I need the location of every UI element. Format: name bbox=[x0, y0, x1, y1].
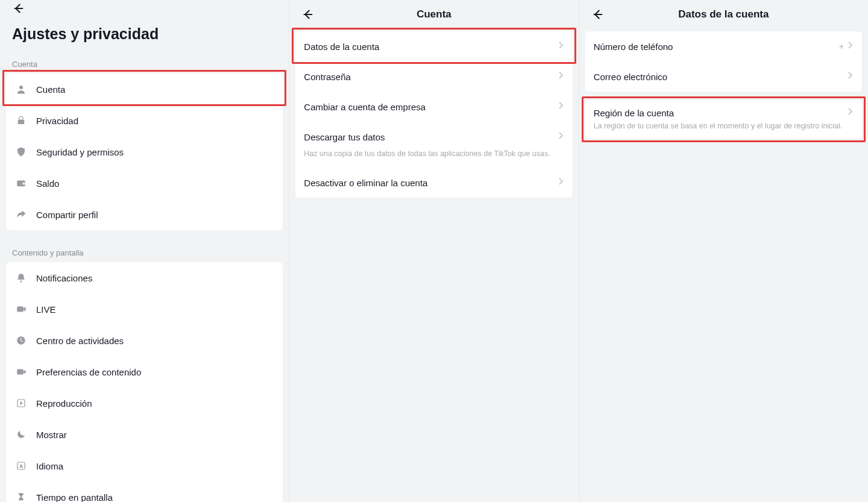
item-label: LIVE bbox=[36, 304, 274, 315]
item-centro-actividades[interactable]: Centro de actividades bbox=[6, 325, 283, 356]
item-compartir[interactable]: Compartir perfil bbox=[6, 199, 283, 230]
item-label: Idioma bbox=[36, 461, 274, 471]
item-label: Mostrar bbox=[36, 430, 274, 440]
panel-cuenta: Cuenta Datos de la cuenta Contraseña Cam… bbox=[289, 0, 578, 502]
item-region[interactable]: Región de la cuenta La región de tu cuen… bbox=[585, 100, 862, 139]
item-cuenta-empresa[interactable]: Cambiar a cuenta de empresa bbox=[295, 92, 572, 122]
wallet-icon bbox=[14, 177, 28, 190]
panel-settings: Ajustes y privacidad Cuenta Cuenta Priva… bbox=[0, 0, 289, 502]
svg-rect-5 bbox=[17, 307, 24, 312]
item-label: Contraseña bbox=[304, 72, 558, 82]
item-label: Seguridad y permisos bbox=[36, 147, 274, 157]
svg-rect-7 bbox=[17, 369, 24, 375]
item-label: Centro de actividades bbox=[36, 336, 274, 346]
share-icon bbox=[14, 208, 28, 221]
item-label: Descargar tus datos bbox=[304, 132, 558, 142]
card-cuenta-options: Datos de la cuenta Contraseña Cambiar a … bbox=[295, 31, 572, 198]
section-label-account: Cuenta bbox=[0, 51, 289, 74]
item-tiempo-pantalla[interactable]: Tiempo en pantalla bbox=[6, 482, 283, 502]
item-descargar-datos[interactable]: Descargar tus datos bbox=[295, 122, 572, 152]
item-saldo[interactable]: Saldo bbox=[6, 168, 283, 199]
header-title: Cuenta bbox=[289, 8, 578, 20]
svg-rect-1 bbox=[18, 120, 25, 125]
back-arrow-icon bbox=[11, 2, 25, 15]
back-button[interactable] bbox=[589, 6, 606, 23]
item-cuenta[interactable]: Cuenta bbox=[6, 74, 283, 105]
item-telefono[interactable]: Número de teléfono + bbox=[585, 31, 862, 61]
item-mostrar[interactable]: Mostrar bbox=[6, 419, 283, 450]
item-label: Tiempo en pantalla bbox=[36, 492, 274, 503]
back-button[interactable] bbox=[10, 0, 27, 17]
chevron-right-icon bbox=[558, 41, 564, 52]
chevron-right-icon bbox=[848, 107, 854, 118]
hourglass-icon bbox=[14, 491, 28, 502]
header bbox=[0, 0, 289, 17]
item-label: Cuenta bbox=[36, 84, 274, 95]
section-label-content: Contenido y pantalla bbox=[0, 240, 289, 262]
item-correo[interactable]: Correo electrónico bbox=[585, 61, 862, 92]
shield-icon bbox=[14, 145, 28, 158]
playback-icon bbox=[14, 397, 28, 410]
item-label: Saldo bbox=[36, 178, 274, 189]
bell-icon bbox=[14, 271, 28, 284]
item-live[interactable]: LIVE bbox=[6, 293, 283, 325]
video-icon bbox=[14, 365, 28, 378]
item-label: Cambiar a cuenta de empresa bbox=[304, 102, 558, 112]
item-label: Reproducción bbox=[36, 398, 274, 409]
back-arrow-icon bbox=[301, 8, 314, 21]
item-preferencias-contenido[interactable]: Preferencias de contenido bbox=[6, 356, 283, 387]
card-contact: Número de teléfono + Correo electrónico bbox=[585, 31, 862, 92]
item-desactivar-eliminar[interactable]: Desactivar o eliminar la cuenta bbox=[295, 168, 572, 198]
item-privacidad[interactable]: Privacidad bbox=[6, 105, 283, 136]
item-label: Número de teléfono bbox=[594, 42, 839, 52]
item-value: + bbox=[839, 42, 844, 51]
svg-point-0 bbox=[19, 86, 23, 89]
chevron-right-icon bbox=[558, 71, 564, 82]
page-title: Ajustes y privacidad bbox=[0, 17, 289, 51]
item-label: Privacidad bbox=[36, 116, 274, 126]
item-datos-cuenta[interactable]: Datos de la cuenta bbox=[295, 31, 572, 61]
item-label: Datos de la cuenta bbox=[304, 42, 558, 52]
lock-icon bbox=[14, 114, 28, 127]
item-label: Notificaciones bbox=[36, 273, 274, 283]
item-seguridad[interactable]: Seguridad y permisos bbox=[6, 136, 283, 168]
panel-datos-cuenta: Datos de la cuenta Número de teléfono + … bbox=[579, 0, 868, 502]
card-content: Notificaciones LIVE Centro de actividade… bbox=[6, 262, 283, 502]
chevron-right-icon bbox=[848, 41, 854, 52]
item-label: Desactivar o eliminar la cuenta bbox=[304, 178, 558, 188]
live-icon bbox=[14, 303, 28, 316]
chevron-right-icon bbox=[848, 71, 854, 82]
item-idioma[interactable]: Idioma bbox=[6, 450, 283, 482]
user-icon bbox=[14, 83, 28, 96]
language-icon bbox=[14, 459, 28, 472]
header-title: Datos de la cuenta bbox=[579, 8, 868, 20]
back-arrow-icon bbox=[591, 8, 604, 21]
item-label: Preferencias de contenido bbox=[36, 367, 274, 377]
moon-icon bbox=[14, 428, 28, 441]
svg-point-4 bbox=[20, 281, 22, 283]
chevron-right-icon bbox=[558, 131, 564, 142]
header: Cuenta bbox=[289, 0, 578, 29]
card-account: Cuenta Privacidad Seguridad y permisos S… bbox=[6, 74, 283, 230]
chevron-right-icon bbox=[558, 177, 564, 188]
card-region: Región de la cuenta La región de tu cuen… bbox=[585, 100, 862, 139]
svg-rect-3 bbox=[22, 183, 25, 184]
item-contrasena[interactable]: Contraseña bbox=[295, 61, 572, 92]
header: Datos de la cuenta bbox=[579, 0, 868, 29]
item-label: Compartir perfil bbox=[36, 210, 274, 220]
item-notificaciones[interactable]: Notificaciones bbox=[6, 262, 283, 293]
clock-icon bbox=[14, 334, 28, 347]
item-label: Región de la cuenta bbox=[594, 108, 848, 118]
item-label: Correo electrónico bbox=[594, 72, 848, 82]
back-button[interactable] bbox=[299, 6, 316, 23]
item-reproduccion[interactable]: Reproducción bbox=[6, 387, 283, 419]
chevron-right-icon bbox=[558, 101, 564, 112]
item-subtext: La región de tu cuenta se basa en el mom… bbox=[594, 121, 854, 131]
